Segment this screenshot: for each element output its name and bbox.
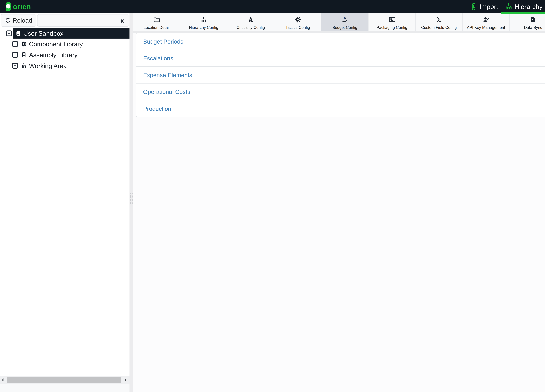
- tree-row-component-library: + Component Library: [0, 39, 130, 49]
- tab-label: API Key Management: [467, 25, 505, 30]
- tree-row-working-area: + Working Area: [0, 60, 130, 71]
- collapse-chevrons-icon: «: [120, 16, 124, 24]
- sidebar-horizontal-scrollbar[interactable]: [0, 376, 130, 384]
- nav-item-label: Import: [479, 3, 498, 11]
- reload-label: Reload: [13, 17, 32, 24]
- nav-item-label: Hierarchy: [514, 3, 543, 11]
- tree-expand-toggle[interactable]: +: [12, 41, 18, 47]
- database-icon: [15, 30, 21, 36]
- terminal-icon: [435, 16, 442, 23]
- tab-custom-field-config[interactable]: Custom Field Config: [416, 13, 463, 31]
- tab-packaging-config[interactable]: Packaging Config: [369, 13, 416, 31]
- scroll-left-arrow-icon[interactable]: [1, 378, 4, 381]
- sidebar-header: Reload «: [0, 13, 130, 27]
- file-waveform-icon: [530, 16, 537, 23]
- tab-api-key-management[interactable]: API Key Management: [463, 13, 510, 31]
- tabbar-bottom-strip: [133, 31, 545, 33]
- svg-text:$: $: [344, 16, 346, 20]
- tree-collapse-toggle[interactable]: −: [6, 30, 12, 36]
- brand-logo[interactable]: orıen: [6, 2, 31, 12]
- sitemap-icon: [21, 63, 27, 69]
- tab-label: Packaging Config: [377, 25, 407, 30]
- tree-item-label: User Sandbox: [23, 30, 63, 37]
- hierarchy-icon: [505, 2, 513, 11]
- tab-location-detail[interactable]: Location Detail: [133, 13, 180, 31]
- refresh-icon: [5, 17, 11, 24]
- gear-icon: [21, 41, 27, 47]
- app-root: orıen Import Hierarchy Approvals User: [0, 0, 545, 392]
- tab-criticality-config[interactable]: Criticality Config: [227, 13, 274, 31]
- brand-logo-icon: [6, 2, 11, 12]
- hierarchy-sidebar: Reload « − User Sandbox + Component Libr…: [0, 13, 130, 384]
- tree-expand-toggle[interactable]: +: [12, 63, 18, 69]
- object-group-icon: [388, 16, 395, 23]
- link-production[interactable]: Production: [143, 105, 171, 112]
- scroll-right-arrow-icon[interactable]: [125, 378, 127, 381]
- nav-item-import[interactable]: Import: [466, 0, 501, 13]
- tree-row-assembly-library: + Assembly Library: [0, 49, 130, 60]
- list-item: Budget Periods: [136, 33, 545, 50]
- nav-item-hierarchy[interactable]: Hierarchy: [501, 0, 545, 13]
- scrollbar-thumb[interactable]: [7, 377, 121, 383]
- folder-icon: [153, 16, 160, 23]
- tab-label: Criticality Config: [236, 25, 265, 30]
- main-content: Budget Periods Escalations Expense Eleme…: [133, 33, 545, 392]
- tree-item-working-area[interactable]: Working Area: [29, 62, 67, 69]
- sidebar-collapse-button[interactable]: «: [37, 14, 129, 27]
- hierarchy-tree: − User Sandbox + Component Library + Ass…: [0, 27, 130, 71]
- tab-label: Custom Field Config: [421, 25, 457, 30]
- tree-item-assembly-library[interactable]: Assembly Library: [29, 51, 78, 59]
- tree-item-component-library[interactable]: Component Library: [29, 40, 83, 48]
- list-item: Escalations: [136, 50, 545, 67]
- brand-logo-text: orıen: [13, 2, 31, 11]
- tab-tactics-config[interactable]: Tactics Config: [274, 13, 322, 31]
- tree-expand-toggle[interactable]: +: [12, 52, 18, 58]
- link-budget-periods[interactable]: Budget Periods: [143, 38, 183, 45]
- tab-label: Location Detail: [143, 25, 169, 30]
- import-icon: [470, 2, 478, 11]
- tab-label: Data Sync: [524, 25, 542, 30]
- link-operational-costs[interactable]: Operational Costs: [143, 88, 190, 95]
- config-tabbar: Location Detail Hierarchy Config Critica…: [133, 13, 545, 31]
- link-escalations[interactable]: Escalations: [143, 55, 173, 62]
- navbar-menu: Import Hierarchy Approvals User Language: [466, 0, 545, 13]
- tree-item-user-sandbox[interactable]: User Sandbox: [13, 28, 130, 39]
- tab-label: Tactics Config: [285, 25, 310, 30]
- tab-label: Budget Config: [332, 25, 357, 30]
- warning-cone-icon: [247, 16, 254, 23]
- hand-dollar-icon: $: [341, 16, 348, 23]
- top-navbar: orıen Import Hierarchy Approvals User: [0, 0, 545, 13]
- list-item: Production: [136, 100, 545, 117]
- tab-data-sync[interactable]: Data Sync: [510, 13, 545, 31]
- link-expense-elements[interactable]: Expense Elements: [143, 72, 192, 78]
- reload-button[interactable]: Reload: [1, 14, 36, 27]
- book-icon: [21, 52, 27, 58]
- splitter-grip-icon: [130, 193, 133, 204]
- sitemap-icon: [200, 16, 207, 23]
- list-item: Operational Costs: [136, 84, 545, 100]
- tree-row-user-sandbox: − User Sandbox: [0, 28, 130, 39]
- tab-label: Hierarchy Config: [189, 25, 218, 30]
- user-check-icon: [483, 16, 489, 23]
- gear-icon: [294, 16, 301, 23]
- list-item: Expense Elements: [136, 67, 545, 84]
- budget-config-list: Budget Periods Escalations Expense Eleme…: [136, 33, 545, 117]
- tab-hierarchy-config[interactable]: Hierarchy Config: [180, 13, 227, 31]
- sidebar-splitter[interactable]: [130, 13, 133, 392]
- tab-budget-config[interactable]: $ Budget Config: [322, 13, 369, 31]
